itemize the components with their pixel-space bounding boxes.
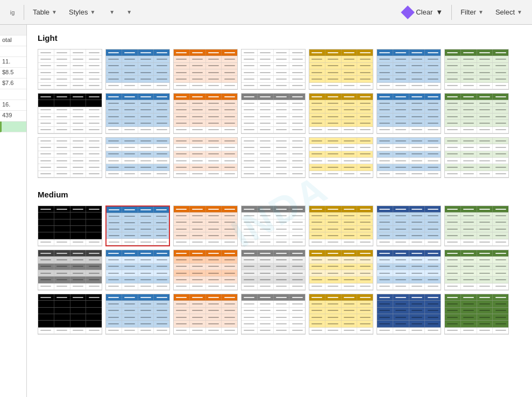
- cell-8: 439: [0, 111, 26, 122]
- btn4-arrow: ▼: [126, 9, 132, 15]
- table-style-gray[interactable]: [241, 93, 306, 134]
- table-style-blue[interactable]: [105, 49, 170, 90]
- toolbar-btn-3[interactable]: ▼: [102, 7, 120, 17]
- table-arrow: ▼: [52, 9, 57, 15]
- table-style-yellow[interactable]: [309, 49, 373, 90]
- table-style-plain2[interactable]: [241, 49, 306, 90]
- table-style-orange3[interactable]: [173, 137, 238, 178]
- filter-arrow: ▼: [478, 9, 484, 15]
- left-panel: otal 11. $8.5 $7.6 16. 439: [0, 25, 27, 397]
- table-style-med-gray3[interactable]: [241, 294, 306, 335]
- btn3-arrow: ▼: [109, 9, 115, 15]
- table-style-black[interactable]: [38, 93, 102, 134]
- table-style-blue6[interactable]: [377, 137, 441, 178]
- table-style-green2[interactable]: [444, 93, 509, 134]
- table-style-med-yellow2[interactable]: [309, 250, 373, 290]
- light-grid: [38, 49, 521, 178]
- filter-button[interactable]: Filter ▼: [455, 6, 489, 18]
- toolbar-btn-4[interactable]: ▼: [121, 7, 137, 17]
- table-row: [38, 93, 521, 134]
- clear-icon: [401, 5, 414, 19]
- select-label: Select: [495, 8, 515, 16]
- table-style-blue5[interactable]: [105, 137, 170, 178]
- table-style-blue4[interactable]: [377, 93, 441, 134]
- table-style-med-black[interactable]: [38, 205, 102, 246]
- table-style-plain3[interactable]: [38, 137, 102, 178]
- cell-4: $8.5: [0, 68, 26, 79]
- table-style-med-blue2[interactable]: [377, 205, 441, 246]
- cell-1: otal: [0, 36, 26, 46]
- table-style-yellow3[interactable]: [309, 137, 373, 178]
- cell-6: [0, 89, 26, 100]
- table-style-med-yellow[interactable]: [309, 205, 373, 246]
- table-style-plain4[interactable]: [241, 137, 306, 178]
- table-style-med-blue[interactable]: [105, 205, 170, 246]
- table-style-green3[interactable]: [444, 137, 509, 178]
- toolbar: ig Table ▼ Styles ▼ ▼ ▼ Clear ▼ Filter ▼…: [0, 0, 532, 25]
- table-style-blue3[interactable]: [105, 93, 170, 134]
- table-style-med-green2[interactable]: [444, 250, 509, 290]
- section-medium-label: Medium: [38, 190, 521, 199]
- styles-arrow: ▼: [90, 9, 95, 15]
- table-style-med-blue4[interactable]: [377, 250, 441, 290]
- clear-label: Clear: [416, 8, 432, 16]
- styles-panel: INDA Light Medium: [27, 25, 532, 397]
- section-light-label: Light: [38, 33, 521, 42]
- sep: [38, 181, 521, 190]
- table-label: Table: [33, 8, 49, 16]
- table-style-med-black2[interactable]: [38, 294, 102, 335]
- clear-button[interactable]: Clear ▼: [398, 5, 448, 19]
- table-row: [38, 294, 521, 335]
- table-style-med-gray[interactable]: [241, 205, 306, 246]
- table-style-yellow2[interactable]: [309, 93, 373, 134]
- table-button[interactable]: Table ▼: [27, 6, 62, 18]
- table-style-med-yellow3[interactable]: [309, 294, 373, 335]
- table-style-med-orange2[interactable]: [173, 250, 238, 290]
- select-button[interactable]: Select ▼: [490, 6, 528, 18]
- table-row: [38, 205, 521, 246]
- table-style-med-green3[interactable]: [444, 294, 509, 335]
- clear-arrow: ▼: [436, 8, 443, 16]
- table-style-med-blue5[interactable]: [105, 294, 170, 335]
- table-style-med-dark[interactable]: [38, 250, 102, 290]
- table-style-med-orange[interactable]: [173, 205, 238, 246]
- cell-3: 11.: [0, 57, 26, 68]
- table-style-med-blue6[interactable]: [377, 294, 441, 335]
- cell-header: [0, 25, 26, 36]
- table-style-orange2[interactable]: [173, 93, 238, 134]
- table-style-med-green[interactable]: [444, 205, 509, 246]
- main-area: otal 11. $8.5 $7.6 16. 439 INDA Light Me…: [0, 25, 532, 397]
- filter-label: Filter: [460, 8, 476, 16]
- table-row: [38, 49, 521, 90]
- table-row: [38, 250, 521, 290]
- divider-1: [24, 5, 24, 20]
- table-row: [38, 137, 521, 178]
- table-style-med-blue3[interactable]: [105, 250, 170, 290]
- cell-2: [0, 46, 26, 57]
- table-style-orange[interactable]: [173, 49, 238, 90]
- styles-button[interactable]: Styles ▼: [63, 6, 101, 18]
- table-style-plain[interactable]: [38, 49, 102, 90]
- cell-highlight: [0, 122, 26, 132]
- cell-5: $7.6: [0, 79, 26, 89]
- select-arrow: ▼: [517, 9, 522, 15]
- cell-7: 16.: [0, 100, 26, 111]
- toolbar-prefix: ig: [4, 9, 20, 16]
- table-style-med-orange3[interactable]: [173, 294, 238, 335]
- table-style-green[interactable]: [444, 49, 509, 90]
- table-style-blue2[interactable]: [377, 49, 441, 90]
- medium-grid: [38, 205, 521, 335]
- divider-2: [451, 5, 452, 20]
- table-style-med-gray2[interactable]: [241, 250, 306, 290]
- styles-label: Styles: [69, 8, 88, 16]
